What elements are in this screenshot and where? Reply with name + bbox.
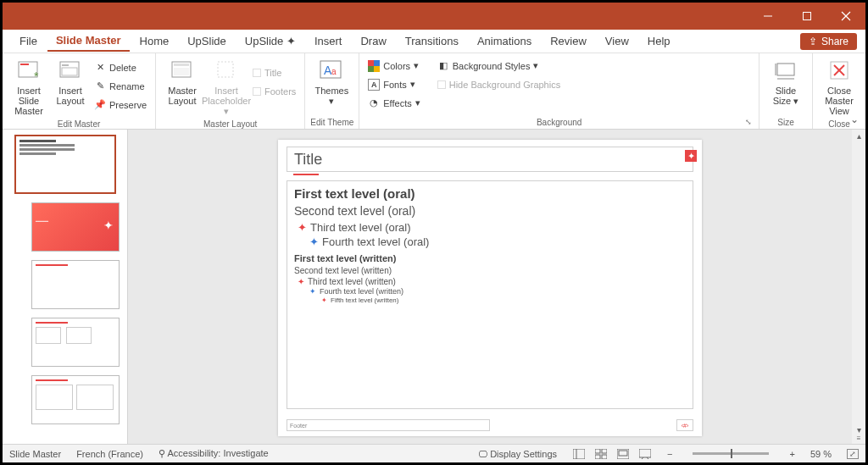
tab-upslide-2[interactable]: UpSlide ✦	[236, 31, 304, 51]
zoom-slider[interactable]	[693, 452, 769, 455]
footer-placeholder[interactable]: Footer	[287, 419, 490, 431]
accessibility-icon: ⚲	[159, 448, 165, 458]
slide-number-placeholder[interactable]: ‹#›	[676, 419, 693, 431]
zoom-level[interactable]: 59 %	[810, 449, 832, 459]
group-label-edit-master: Edit Master	[8, 118, 150, 129]
reading-view-button[interactable]	[616, 448, 630, 460]
display-settings-button[interactable]: 🖵 Display Settings	[478, 449, 557, 459]
thumbnail-layout-2[interactable]	[31, 260, 120, 309]
text-level-4-written: ✦Fourth text level (written)	[294, 287, 686, 296]
split-up-icon[interactable]: ≡	[857, 435, 861, 442]
maximize-button[interactable]	[787, 3, 826, 30]
title-underline	[293, 174, 319, 175]
insert-placeholder-icon	[213, 57, 240, 84]
svg-rect-27	[573, 449, 585, 459]
tab-review[interactable]: Review	[542, 31, 595, 51]
slide-size-button[interactable]: Slide Size ▾	[765, 55, 807, 108]
background-styles-button[interactable]: ◧Background Styles ▾	[434, 57, 564, 75]
title-placeholder[interactable]: Title	[287, 147, 693, 172]
group-edit-master: * Insert Slide Master Insert Layout ✕Del…	[3, 53, 156, 129]
thumbnail-master[interactable]	[14, 135, 116, 194]
scroll-up-icon[interactable]: ▴	[857, 131, 861, 141]
vertical-scrollbar[interactable]: ▴ ▾ ≡	[852, 130, 865, 444]
tab-insert[interactable]: Insert	[306, 31, 351, 51]
tab-view[interactable]: View	[597, 31, 637, 51]
insert-layout-button[interactable]: Insert Layout	[52, 55, 89, 108]
tab-file[interactable]: File	[11, 31, 46, 51]
group-label-background: Background	[537, 118, 581, 127]
tab-home[interactable]: Home	[131, 31, 178, 51]
footers-checkbox[interactable]: Footers	[249, 82, 299, 100]
zoom-out-button[interactable]: −	[667, 449, 672, 459]
svg-rect-31	[595, 455, 600, 459]
status-accessibility[interactable]: ⚲ Accessibility: Investigate	[159, 448, 269, 459]
close-window-button[interactable]	[826, 3, 865, 30]
checkbox-icon	[253, 69, 261, 77]
dialog-launcher-icon[interactable]: ⤡	[745, 118, 752, 126]
text-level-2-written: Second text level (written)	[294, 266, 686, 275]
scroll-down-icon[interactable]: ▾	[857, 425, 861, 435]
fonts-button[interactable]: AFonts ▾	[364, 75, 423, 93]
group-label-size: Size	[765, 116, 807, 127]
bg-styles-icon: ◧	[437, 60, 449, 72]
svg-rect-35	[639, 449, 651, 457]
hide-bg-checkbox[interactable]: Hide Background Graphics	[434, 75, 564, 93]
slide-canvas[interactable]: ✦ Title First text level (oral) Second t…	[128, 130, 852, 444]
svg-rect-32	[602, 455, 607, 459]
menu-bar: File Slide Master Home UpSlide UpSlide ✦…	[3, 30, 865, 53]
insert-layout-icon	[57, 57, 84, 84]
master-layout-button[interactable]: Master Layout	[161, 55, 203, 108]
master-layout-icon	[169, 57, 196, 84]
tab-transitions[interactable]: Transitions	[397, 31, 467, 51]
thumbnail-layout-3[interactable]	[31, 318, 120, 367]
fit-to-window-button[interactable]: ⤢	[847, 449, 859, 459]
group-background: Colors ▾ AFonts ▾ ◔Effects ▾ ◧Background…	[359, 53, 760, 129]
text-level-4-oral: ✦Fourth text level (oral)	[294, 235, 686, 248]
tab-help[interactable]: Help	[639, 31, 679, 51]
collapse-ribbon-button[interactable]: ⌄	[850, 113, 859, 125]
share-button[interactable]: ⇪Share	[800, 33, 857, 50]
svg-text:a: a	[331, 67, 337, 76]
rename-button[interactable]: ✎Rename	[91, 77, 150, 95]
colors-button[interactable]: Colors ▾	[364, 57, 423, 75]
bullet-icon: ✦	[309, 235, 319, 248]
tab-upslide[interactable]: UpSlide	[179, 31, 235, 51]
normal-view-button[interactable]	[572, 448, 586, 460]
sorter-view-button[interactable]	[594, 448, 608, 460]
close-master-view-button[interactable]: Close Master View	[818, 55, 860, 118]
tab-draw[interactable]: Draw	[352, 31, 394, 51]
svg-rect-34	[619, 451, 627, 456]
svg-rect-19	[368, 66, 374, 72]
close-icon	[826, 57, 853, 84]
insert-slide-master-button[interactable]: * Insert Slide Master	[8, 55, 50, 118]
themes-button[interactable]: Aa Themes▾	[310, 55, 353, 108]
minimize-button[interactable]	[748, 3, 787, 30]
slideshow-button[interactable]	[638, 448, 652, 460]
text-level-1-written: First text level (written)	[294, 253, 686, 263]
text-level-5-written: ✦Fifth text level (written)	[294, 296, 686, 304]
fonts-icon: A	[368, 79, 380, 91]
tab-slide-master[interactable]: Slide Master	[47, 30, 130, 52]
effects-button[interactable]: ◔Effects ▾	[364, 94, 423, 112]
thumbnail-layout-1[interactable]: ━━━━━ ✦	[31, 202, 120, 252]
preserve-button[interactable]: 📌Preserve	[91, 96, 150, 113]
bullet-icon: ✦	[298, 221, 307, 234]
svg-rect-12	[174, 68, 189, 75]
slide-master-editor[interactable]: ✦ Title First text level (oral) Second t…	[278, 140, 702, 436]
insert-placeholder-button[interactable]: Insert Placeholder ▾	[205, 55, 248, 118]
thumbnail-layout-4[interactable]	[31, 375, 120, 424]
body-placeholder[interactable]: First text level (oral) Second text leve…	[287, 180, 693, 409]
svg-rect-8	[62, 64, 69, 66]
delete-button[interactable]: ✕Delete	[91, 58, 150, 76]
text-level-3-written: ✦Third text level (written)	[294, 277, 686, 286]
title-checkbox[interactable]: Title	[249, 64, 299, 81]
status-mode[interactable]: Slide Master	[9, 449, 61, 459]
svg-rect-20	[374, 66, 380, 72]
thumbnail-pane[interactable]: 1 ━━━━━ ✦	[3, 130, 128, 444]
zoom-in-button[interactable]: +	[789, 449, 794, 459]
insert-slide-master-icon: *	[15, 57, 42, 84]
logo-placeholder[interactable]: ✦	[685, 150, 697, 162]
status-language[interactable]: French (France)	[76, 449, 143, 459]
tab-animations[interactable]: Animations	[469, 31, 540, 51]
group-label-edit-theme: Edit Theme	[310, 116, 353, 127]
